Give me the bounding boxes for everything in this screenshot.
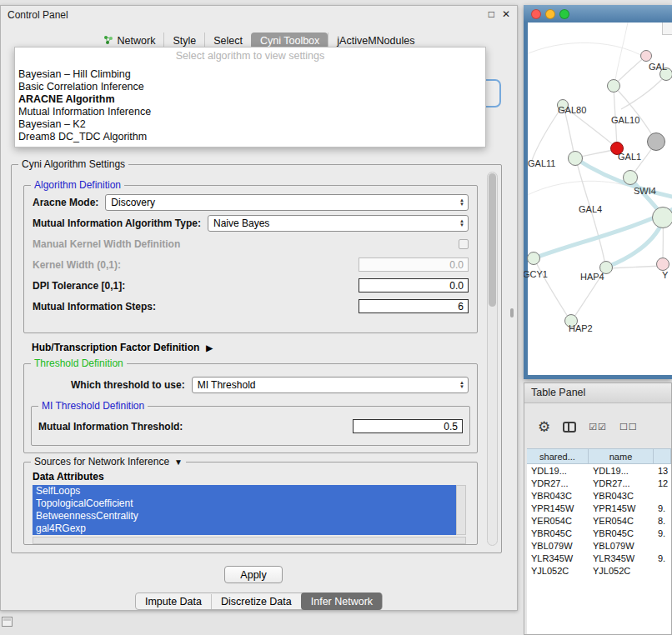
attribute-list-hscrollbar[interactable]	[33, 537, 466, 544]
cell[interactable]: YLR345W	[589, 553, 654, 563]
cell[interactable]: YJL052C	[527, 566, 589, 576]
tab-infer-network[interactable]: Infer Network	[301, 592, 382, 610]
tab-label: Cyni Toolbox	[260, 35, 319, 47]
deselect-all-checkboxes-icon[interactable]: ☐☐	[619, 422, 638, 432]
column-header[interactable]: shared...	[527, 449, 589, 463]
close-traffic-light[interactable]	[531, 9, 541, 19]
cell[interactable]: YPR145W	[589, 503, 654, 513]
attribute-item[interactable]: gal4RGexp	[33, 522, 456, 535]
tab-impute-data[interactable]: Impute Data	[136, 594, 211, 609]
cell[interactable]: 9.	[654, 528, 671, 538]
aracne-mode-select[interactable]: Discovery ▲▼	[105, 194, 469, 211]
network-node[interactable]	[527, 252, 540, 265]
settings-scrollbar[interactable]	[487, 172, 498, 546]
splitter-grip[interactable]	[510, 308, 514, 318]
expand-arrow-icon[interactable]: ▼	[174, 458, 183, 467]
network-node[interactable]	[607, 79, 620, 92]
tab-label: Select	[213, 35, 243, 47]
network-window-titlebar[interactable]	[524, 5, 672, 22]
attribute-item[interactable]: BetweennessCentrality	[33, 510, 456, 522]
table-row[interactable]: YLR345W YLR345W 9.	[527, 552, 671, 564]
cell[interactable]: YJL052C	[589, 566, 654, 576]
attribute-list-scrollbar[interactable]	[456, 485, 466, 535]
data-attributes-label: Data Attributes	[33, 471, 477, 482]
cell[interactable]: 8.	[654, 516, 671, 526]
table-row[interactable]: YJL052C YJL052C	[527, 564, 671, 577]
cell[interactable]: YER054C	[589, 516, 654, 526]
attribute-item[interactable]: TopologicalCoefficient	[33, 498, 456, 510]
table-panel-titlebar[interactable]: Table Panel	[524, 383, 671, 403]
select-all-checkboxes-icon[interactable]: ☑☑	[589, 422, 607, 432]
mi-threshold-field[interactable]	[353, 419, 463, 433]
cell[interactable]: YBL079W	[527, 541, 589, 551]
hub-section-label: Hub/Transcription Factor Definition	[32, 342, 199, 353]
combo-value: Discovery	[111, 197, 155, 208]
table-row[interactable]: YBR043C YBR043C	[527, 489, 671, 502]
group-title: Cyni Algorithm Settings	[18, 158, 128, 170]
dropdown-item-selected[interactable]: ARACNE Algorithm	[15, 93, 485, 106]
dropdown-item[interactable]: Dream8 DC_TDC Algorithm	[15, 131, 485, 143]
dropdown-item[interactable]: Bayesian – Hill Climbing	[15, 68, 485, 81]
mi-type-select[interactable]: Naive Bayes ▲▼	[208, 215, 469, 232]
group-title: Threshold Definition	[31, 358, 127, 369]
sources-group: Sources for Network Inference ▼ Data Att…	[23, 462, 478, 545]
manual-kernel-checkbox[interactable]	[459, 239, 469, 249]
table-row[interactable]: YPR145W YPR145W 9.	[527, 502, 671, 514]
kernel-width-label: Kernel Width (0,1):	[33, 259, 121, 271]
cell[interactable]: 9.	[654, 553, 671, 563]
table-row[interactable]: YBR045C YBR045C 9.	[527, 527, 671, 539]
network-view-window: GAL GAL80 GAL10 GAL11 GAL1 SWI4 GAL4 GCY…	[524, 5, 672, 379]
cell[interactable]: 12	[654, 478, 671, 488]
cell[interactable]: YDR27...	[589, 478, 654, 488]
cell[interactable]: YBR043C	[527, 491, 589, 501]
column-header[interactable]: name	[589, 449, 654, 463]
collapse-arrow-icon[interactable]: ▶	[206, 343, 213, 352]
cell[interactable]: YDL19...	[589, 466, 654, 476]
group-title: Sources for Network Inference ▼	[31, 456, 186, 468]
minimize-traffic-light[interactable]	[545, 9, 555, 19]
attribute-item[interactable]: SelfLoops	[33, 485, 456, 498]
hub-transcription-factor-section[interactable]: Hub/Transcription Factor Definition ▶	[32, 342, 213, 353]
dpi-tolerance-field[interactable]	[359, 278, 469, 292]
network-node[interactable]	[623, 170, 638, 185]
cell[interactable]: YER054C	[527, 516, 589, 526]
table-row[interactable]: YBL079W YBL079W	[527, 539, 671, 552]
network-node-gray[interactable]	[647, 132, 665, 151]
tab-discretize-data[interactable]: Discretize Data	[211, 594, 301, 609]
table-panel-title: Table Panel	[524, 383, 671, 398]
network-canvas[interactable]: GAL GAL80 GAL10 GAL11 GAL1 SWI4 GAL4 GCY…	[528, 22, 672, 375]
dropdown-item[interactable]: Bayesian – K2	[15, 118, 485, 131]
kernel-width-field[interactable]	[359, 258, 469, 272]
cell[interactable]: YDR27...	[527, 478, 589, 488]
apply-button[interactable]: Apply	[224, 566, 283, 583]
cell[interactable]: 9.	[654, 503, 671, 513]
restore-panel-icon[interactable]	[2, 617, 13, 627]
column-selector-icon[interactable]	[563, 422, 576, 432]
network-node[interactable]	[640, 50, 652, 62]
network-node[interactable]	[656, 258, 669, 271]
table-row[interactable]: YDL19... YDL19... 13	[527, 464, 671, 477]
table-row[interactable]: YDR27... YDR27... 12	[527, 477, 671, 489]
cell[interactable]: YLR345W	[527, 553, 589, 563]
dpi-tolerance-label: DPI Tolerance [0,1]:	[33, 280, 125, 292]
cell[interactable]: YBR045C	[589, 528, 654, 538]
network-node[interactable]	[652, 207, 672, 228]
mi-steps-field[interactable]	[359, 299, 469, 313]
zoom-traffic-light[interactable]	[559, 9, 569, 19]
cell[interactable]: 13	[654, 466, 671, 476]
column-header[interactable]	[654, 449, 671, 463]
dropdown-item[interactable]: Basic Correlation Inference	[15, 81, 485, 93]
network-node[interactable]	[568, 151, 583, 166]
dropdown-item[interactable]: Mutual Information Inference	[15, 106, 485, 118]
cell[interactable]: YBL079W	[589, 541, 654, 551]
which-threshold-select[interactable]: MI Threshold ▲▼	[192, 377, 469, 393]
cell[interactable]: YDL19...	[527, 466, 589, 476]
minimize-icon[interactable]: □	[489, 8, 494, 20]
table-row[interactable]: YER054C YER054C 8.	[527, 514, 671, 527]
cell[interactable]: YPR145W	[527, 503, 589, 513]
close-icon[interactable]: ✕	[502, 8, 510, 20]
cell[interactable]: YBR043C	[589, 491, 654, 501]
gear-icon[interactable]: ⚙	[538, 420, 550, 434]
scrollbar-thumb[interactable]	[489, 173, 496, 307]
cell[interactable]: YBR045C	[527, 528, 589, 538]
